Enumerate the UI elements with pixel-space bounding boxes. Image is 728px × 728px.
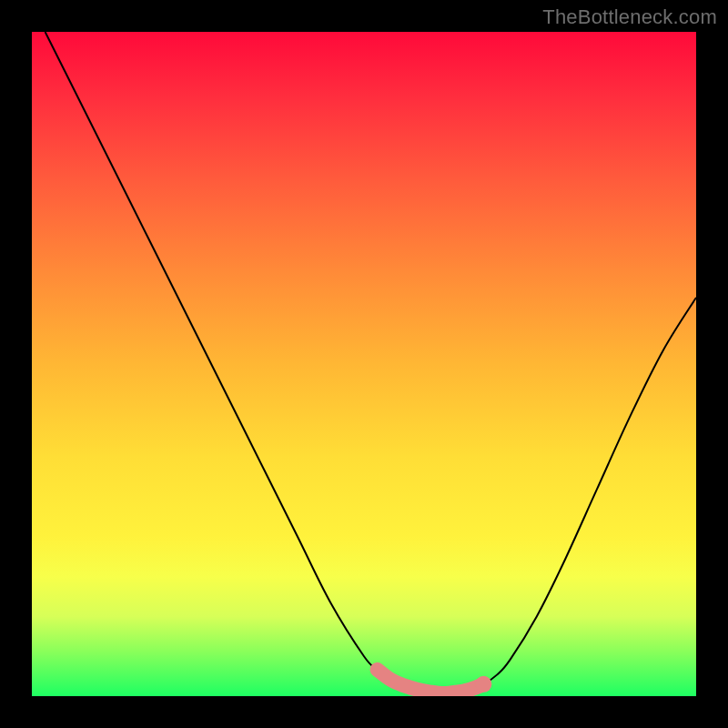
watermark-text: TheBottleneck.com (542, 5, 717, 29)
highlight-endpoint-dot (475, 676, 491, 693)
highlight-segment (378, 670, 484, 693)
curve-overlay (32, 32, 696, 696)
chart-frame: TheBottleneck.com (0, 0, 728, 728)
bottleneck-curve (46, 32, 696, 693)
plot-area (32, 32, 696, 696)
